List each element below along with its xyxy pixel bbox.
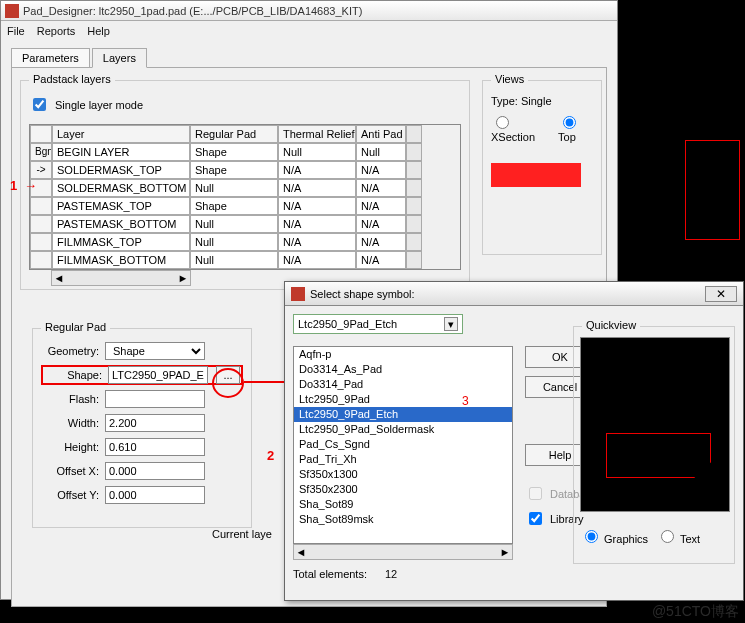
table-row[interactable]: PASTEMASK_BOTTOMNullN/AN/A	[30, 215, 460, 233]
table-row[interactable]: PASTEMASK_TOPShapeN/AN/A	[30, 197, 460, 215]
list-item[interactable]: Pad_Cs_Sgnd	[294, 437, 512, 452]
annotation-2: 2	[267, 448, 274, 463]
cell[interactable]: FILMMASK_TOP	[52, 233, 190, 251]
cell[interactable]: Null	[356, 143, 406, 161]
tab-parameters[interactable]: Parameters	[11, 48, 90, 68]
list-item[interactable]: Ltc2950_9Pad	[294, 392, 512, 407]
cell[interactable]	[30, 233, 52, 251]
cell[interactable]: N/A	[278, 233, 356, 251]
th-mark	[30, 125, 52, 143]
views-legend: Views	[491, 73, 528, 85]
cell[interactable]: PASTEMASK_BOTTOM	[52, 215, 190, 233]
cell[interactable]	[30, 197, 52, 215]
radio-xsection-label: XSection	[491, 131, 535, 143]
cell[interactable]: BEGIN LAYER	[52, 143, 190, 161]
scroll-left-icon[interactable]: ◄	[294, 546, 308, 558]
table-row[interactable]: FILMMASK_BOTTOMNullN/AN/A	[30, 251, 460, 269]
cell[interactable]: Shape	[190, 161, 278, 179]
list-item[interactable]: Aqfn-p	[294, 347, 512, 362]
table-row[interactable]: FILMMASK_TOPNullN/AN/A	[30, 233, 460, 251]
cell[interactable]: N/A	[356, 179, 406, 197]
cell[interactable]: N/A	[278, 251, 356, 269]
quickview-canvas	[580, 337, 730, 512]
views-group: Views Type: Single XSection Top	[482, 80, 602, 255]
cell[interactable]: N/A	[278, 179, 356, 197]
scroll-right-icon[interactable]: ►	[176, 272, 190, 284]
offsetx-input[interactable]	[105, 462, 205, 480]
radio-top[interactable]	[563, 116, 576, 129]
cell[interactable]: Shape	[190, 197, 278, 215]
radio-graphics[interactable]	[585, 530, 598, 543]
cell[interactable]: N/A	[356, 233, 406, 251]
cell[interactable]: N/A	[356, 251, 406, 269]
list-item[interactable]: Sha_Sot89msk	[294, 512, 512, 527]
quickview-shape	[606, 433, 711, 478]
dialog-close-button[interactable]: ✕	[705, 286, 737, 302]
geometry-select[interactable]: Shape	[105, 342, 205, 360]
list-item[interactable]: Do3314_Pad	[294, 377, 512, 392]
list-item[interactable]: Sf350x1300	[294, 467, 512, 482]
cell[interactable]: N/A	[356, 197, 406, 215]
shape-combo[interactable]: Ltc2950_9Pad_Etch ▾	[293, 314, 463, 334]
cell[interactable]: N/A	[356, 161, 406, 179]
chevron-down-icon[interactable]: ▾	[444, 317, 458, 331]
menu-file[interactable]: File	[7, 25, 25, 37]
table-row[interactable]: ->SOLDERMASK_TOPShapeN/AN/A	[30, 161, 460, 179]
cell[interactable]: Null	[190, 251, 278, 269]
cell[interactable]: Bgn	[30, 143, 52, 161]
cell[interactable]: N/A	[356, 215, 406, 233]
offsety-input[interactable]	[105, 486, 205, 504]
listbox-h-scroll[interactable]: ◄ ►	[293, 544, 513, 560]
height-input[interactable]	[105, 438, 205, 456]
cell[interactable]: SOLDERMASK_TOP	[52, 161, 190, 179]
radio-text[interactable]	[661, 530, 674, 543]
single-layer-label: Single layer mode	[55, 99, 143, 111]
annotation-circle-browse	[212, 368, 244, 398]
cell[interactable]	[30, 251, 52, 269]
annotation-1: 1	[10, 178, 17, 193]
cell[interactable]: ->	[30, 161, 52, 179]
cell[interactable]: N/A	[278, 197, 356, 215]
regularpad-legend: Regular Pad	[41, 321, 110, 333]
list-item[interactable]: Do3314_As_Pad	[294, 362, 512, 377]
list-item[interactable]: Sf350x2300	[294, 482, 512, 497]
menu-help[interactable]: Help	[87, 25, 110, 37]
cell[interactable]: N/A	[278, 215, 356, 233]
width-input[interactable]	[105, 414, 205, 432]
row-scroll	[406, 197, 422, 215]
shape-input[interactable]	[108, 366, 208, 384]
list-item[interactable]: Ltc2950_9Pad_Etch	[294, 407, 512, 422]
library-checkbox[interactable]	[529, 512, 542, 525]
dialog-icon	[291, 287, 305, 301]
cell[interactable]: PASTEMASK_TOP	[52, 197, 190, 215]
combo-value: Ltc2950_9Pad_Etch	[298, 318, 397, 330]
padstack-legend: Padstack layers	[29, 73, 115, 85]
quickview-legend: Quickview	[582, 319, 640, 331]
cell[interactable]: Null	[190, 179, 278, 197]
list-item[interactable]: Ltc2950_9Pad_Soldermask	[294, 422, 512, 437]
cell[interactable]: Null	[278, 143, 356, 161]
cell[interactable]	[30, 215, 52, 233]
table-h-scroll[interactable]: ◄ ►	[51, 270, 191, 286]
menu-reports[interactable]: Reports	[37, 25, 76, 37]
cell[interactable]: Null	[190, 233, 278, 251]
tab-layers[interactable]: Layers	[92, 48, 147, 68]
scroll-right-icon[interactable]: ►	[498, 546, 512, 558]
cell[interactable]: SOLDERMASK_BOTTOM	[52, 179, 190, 197]
cell[interactable]: Null	[190, 215, 278, 233]
cell[interactable]: FILMMASK_BOTTOM	[52, 251, 190, 269]
cell[interactable]: N/A	[278, 161, 356, 179]
row-scroll	[406, 161, 422, 179]
list-item[interactable]: Sha_Sot89	[294, 497, 512, 512]
total-value: 12	[385, 568, 397, 580]
table-row[interactable]: BgnBEGIN LAYERShapeNullNull	[30, 143, 460, 161]
cell[interactable]: Shape	[190, 143, 278, 161]
table-row[interactable]: SOLDERMASK_BOTTOMNullN/AN/A	[30, 179, 460, 197]
single-layer-checkbox[interactable]	[33, 98, 46, 111]
radio-xsection[interactable]	[496, 116, 509, 129]
radio-graphics-label: Graphics	[604, 533, 648, 545]
flash-input[interactable]	[105, 390, 205, 408]
shape-listbox[interactable]: Aqfn-pDo3314_As_PadDo3314_PadLtc2950_9Pa…	[293, 346, 513, 544]
scroll-left-icon[interactable]: ◄	[52, 272, 66, 284]
list-item[interactable]: Pad_Tri_Xh	[294, 452, 512, 467]
